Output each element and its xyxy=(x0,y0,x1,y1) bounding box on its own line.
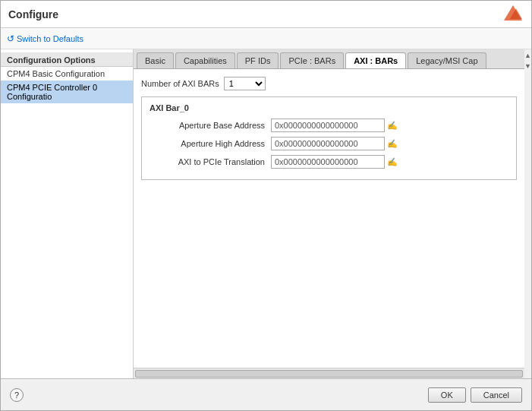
sidebar: Configuration Options CPM4 Basic Configu… xyxy=(1,49,134,378)
sidebar-item-cpm4-controller[interactable]: CPM4 PCIE Controller 0 Configuratio xyxy=(1,81,133,103)
tab-pf-ids[interactable]: PF IDs xyxy=(237,52,279,68)
title-bar: Configure xyxy=(1,1,531,28)
cancel-button[interactable]: Cancel xyxy=(471,387,522,403)
aperture-high-edit-icon[interactable]: ✍ xyxy=(387,139,398,149)
content-area: Basic Capabilities PF IDs PCIe : BARs AX… xyxy=(134,49,524,378)
h-scrollbar[interactable] xyxy=(135,370,523,378)
tab-content-axi-bars: Number of AXI BARs 1 2 3 4 5 6 AXI Bar_0 xyxy=(134,69,524,368)
bottom-bar: ? OK Cancel xyxy=(1,378,531,410)
help-button[interactable]: ? xyxy=(10,388,24,402)
aperture-high-label: Aperture High Address xyxy=(150,139,271,148)
switch-defaults-link[interactable]: ↺ Switch to Defaults xyxy=(7,33,83,44)
axi-bar-0-title: AXI Bar_0 xyxy=(150,103,508,112)
refresh-icon: ↺ xyxy=(7,33,14,44)
num-axi-bars-select[interactable]: 1 2 3 4 5 6 xyxy=(224,77,266,90)
aperture-high-input-wrapper: ✍ xyxy=(271,137,398,150)
tab-legacy-msi[interactable]: Legacy/MSI Cap xyxy=(408,52,486,68)
aperture-base-input-wrapper: ✍ xyxy=(271,119,398,132)
tab-basic[interactable]: Basic xyxy=(137,52,174,68)
h-scrollbar-area xyxy=(134,368,524,378)
dialog-title: Configure xyxy=(8,8,58,21)
v-scrollbar[interactable]: ▲ ▼ xyxy=(524,49,531,378)
toolbar: ↺ Switch to Defaults xyxy=(1,28,531,49)
field-row-axi-pcie: AXI to PCIe Translation ✍ xyxy=(150,155,508,169)
field-row-aperture-high: Aperture High Address ✍ xyxy=(150,137,508,150)
sidebar-header: Configuration Options xyxy=(1,52,133,67)
aperture-base-label: Aperture Base Address xyxy=(150,121,271,130)
main-content: Configuration Options CPM4 Basic Configu… xyxy=(1,49,531,378)
logo-icon xyxy=(502,4,524,25)
sidebar-item-cpm4-basic[interactable]: CPM4 Basic Configuration xyxy=(1,67,133,81)
axi-pcie-input[interactable] xyxy=(271,155,385,169)
tab-pcie-bars[interactable]: PCIe : BARs xyxy=(280,52,344,68)
aperture-base-edit-icon[interactable]: ✍ xyxy=(387,121,398,131)
aperture-base-input[interactable] xyxy=(271,119,385,132)
num-axi-bars-label: Number of AXI BARs xyxy=(141,79,219,88)
axi-pcie-label: AXI to PCIe Translation xyxy=(150,157,271,166)
axi-bar-0-group: AXI Bar_0 Aperture Base Address ✍ Apertu… xyxy=(141,96,517,180)
field-row-aperture-base: Aperture Base Address ✍ xyxy=(150,119,508,132)
switch-defaults-label: Switch to Defaults xyxy=(17,34,83,43)
axi-pcie-edit-icon[interactable]: ✍ xyxy=(387,157,398,167)
ok-button[interactable]: OK xyxy=(428,387,466,403)
aperture-high-input[interactable] xyxy=(271,137,385,150)
num-axi-bars-row: Number of AXI BARs 1 2 3 4 5 6 xyxy=(141,77,517,90)
scroll-down-arrow[interactable]: ▼ xyxy=(524,61,531,71)
tab-axi-bars[interactable]: AXI : BARs xyxy=(345,52,406,68)
tabs-bar: Basic Capabilities PF IDs PCIe : BARs AX… xyxy=(134,49,524,69)
tab-capabilities[interactable]: Capabilities xyxy=(175,52,235,68)
axi-pcie-input-wrapper: ✍ xyxy=(271,155,398,169)
content-wrapper: Basic Capabilities PF IDs PCIe : BARs AX… xyxy=(134,49,531,378)
scroll-up-arrow[interactable]: ▲ xyxy=(524,50,531,61)
